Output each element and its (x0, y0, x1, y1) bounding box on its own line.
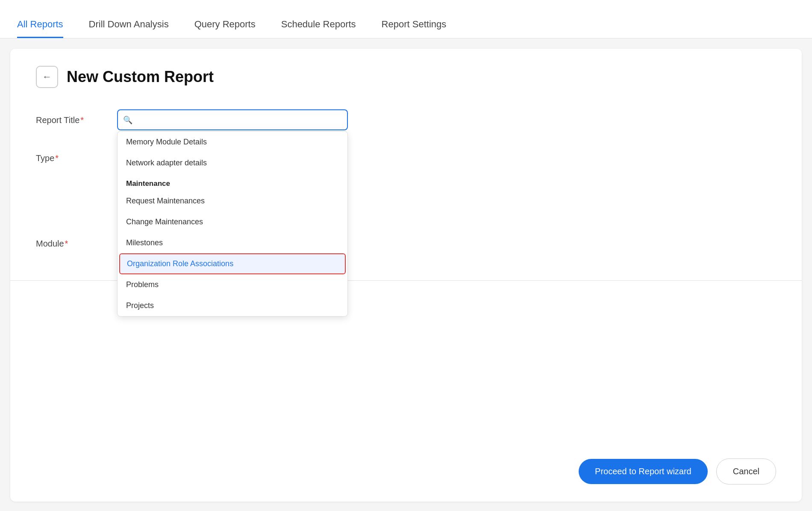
page-title: New Custom Report (67, 68, 214, 86)
tab-all-reports[interactable]: All Reports (17, 19, 63, 38)
dropdown-item-projects[interactable]: Projects (118, 295, 347, 316)
tab-report-settings[interactable]: Report Settings (382, 19, 447, 38)
module-label: Module* (36, 233, 104, 249)
dropdown-category-maintenance: Maintenance (118, 173, 347, 191)
report-title-dropdown-container: 🔍 Memory Module Details Network adapter … (117, 109, 348, 130)
tab-schedule-reports[interactable]: Schedule Reports (281, 19, 356, 38)
form-area: Report Title* 🔍 Memory Module Details Ne… (36, 109, 776, 255)
required-star: * (80, 115, 84, 125)
dropdown-item-milestones[interactable]: Milestones (118, 232, 347, 253)
required-star-type: * (55, 153, 59, 163)
required-star-module: * (65, 239, 68, 248)
cancel-button[interactable]: Cancel (716, 458, 776, 485)
dropdown-item-problems[interactable]: Problems (118, 274, 347, 295)
type-label: Type* (36, 147, 104, 163)
tab-query-reports[interactable]: Query Reports (194, 19, 256, 38)
tab-drill-down[interactable]: Drill Down Analysis (89, 19, 169, 38)
dropdown-item-change-maintenances[interactable]: Change Maintenances (118, 211, 347, 232)
page-body: ← New Custom Report Report Title* 🔍 Memo… (10, 49, 802, 502)
report-title-dropdown-list: Memory Module Details Network adapter de… (117, 131, 348, 317)
back-button[interactable]: ← (36, 66, 58, 88)
dropdown-item-memory-module[interactable]: Memory Module Details (118, 132, 347, 153)
dropdown-item-network-adapter[interactable]: Network adapter details (118, 153, 347, 173)
dropdown-item-request-maintenances[interactable]: Request Maintenances (118, 191, 347, 211)
back-icon: ← (42, 71, 52, 82)
report-title-row: Report Title* 🔍 Memory Module Details Ne… (36, 109, 776, 130)
top-nav: All Reports Drill Down Analysis Query Re… (0, 0, 812, 38)
proceed-button[interactable]: Proceed to Report wizard (579, 459, 708, 484)
report-title-label: Report Title* (36, 109, 104, 125)
page-header: ← New Custom Report (36, 66, 776, 88)
report-title-search-input[interactable] (117, 109, 348, 130)
bottom-actions: Proceed to Report wizard Cancel (579, 458, 776, 485)
dropdown-item-org-role-associations[interactable]: Organization Role Associations (119, 253, 346, 274)
